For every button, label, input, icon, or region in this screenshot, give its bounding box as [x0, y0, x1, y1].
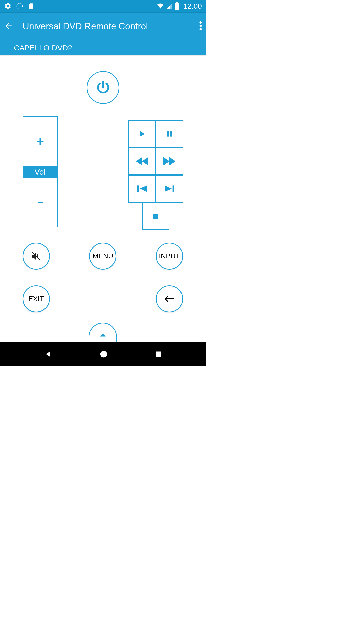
signal-icon [166, 3, 173, 9]
svg-rect-8 [137, 185, 139, 192]
nav-recent-icon[interactable] [155, 351, 162, 358]
device-tab-bar: CAPELLO DVD2 [0, 40, 206, 55]
svg-rect-2 [176, 2, 178, 3]
power-button[interactable] [87, 71, 119, 104]
svg-rect-7 [170, 131, 172, 136]
page-title: Universal DVD Remote Control [23, 21, 148, 32]
wifi-icon [156, 3, 164, 9]
menu-label: MENU [93, 252, 113, 260]
sdcard-icon [28, 2, 34, 10]
svg-point-3 [200, 21, 202, 24]
app-bar: Universal DVD Remote Control [0, 13, 206, 40]
nav-back-icon[interactable] [44, 350, 52, 358]
svg-rect-13 [156, 352, 161, 357]
status-time: 12:00 [183, 2, 202, 10]
settings-icon [4, 2, 12, 10]
return-button[interactable] [156, 285, 183, 312]
svg-point-0 [17, 3, 22, 9]
remote-panel: Vol MENU INPUT [0, 56, 206, 342]
fastforward-button[interactable] [156, 147, 183, 175]
back-icon[interactable] [4, 21, 13, 31]
svg-point-4 [200, 25, 202, 27]
exit-label: EXIT [28, 295, 44, 303]
tab-device[interactable]: CAPELLO DVD2 [14, 44, 72, 52]
svg-rect-9 [173, 185, 174, 192]
stop-button[interactable] [142, 203, 169, 230]
pause-button[interactable] [156, 120, 183, 148]
volume-down-button[interactable] [23, 178, 57, 227]
nav-home-icon[interactable] [100, 350, 108, 358]
overflow-menu-icon[interactable] [199, 21, 202, 31]
svg-rect-1 [175, 3, 179, 10]
svg-point-12 [100, 351, 107, 358]
menu-button[interactable]: MENU [89, 243, 116, 270]
status-bar: 12:00 [0, 0, 206, 12]
input-button[interactable]: INPUT [156, 243, 183, 270]
next-button[interactable] [156, 175, 183, 203]
mute-button[interactable] [23, 243, 50, 270]
play-button[interactable] [128, 120, 156, 148]
rewind-button[interactable] [128, 147, 156, 175]
volume-label: Vol [23, 166, 57, 178]
svg-rect-10 [153, 214, 158, 219]
svg-rect-6 [167, 131, 169, 136]
battery-icon [175, 2, 179, 10]
system-nav-bar [0, 342, 206, 366]
previous-button[interactable] [128, 175, 156, 203]
sync-icon [16, 3, 23, 10]
input-label: INPUT [159, 252, 180, 260]
volume-rocker: Vol [23, 116, 58, 227]
volume-up-button[interactable] [23, 117, 57, 166]
svg-point-5 [200, 28, 202, 30]
exit-button[interactable]: EXIT [23, 285, 50, 312]
